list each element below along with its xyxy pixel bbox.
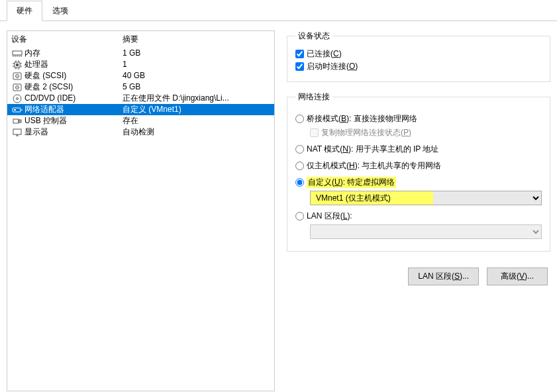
device-summary: 1 GB — [123, 48, 270, 58]
device-list-header: 设备 摘要 — [7, 31, 274, 48]
device-row-cd-4[interactable]: CD/DVD (IDE)正在使用文件 D:\jingxiang\Li... — [7, 93, 274, 104]
lan-segments-button[interactable]: LAN 区段(S)... — [408, 268, 479, 285]
svg-rect-27 — [13, 119, 19, 123]
memory-icon — [11, 49, 23, 58]
tab-options[interactable]: 选项 — [42, 1, 78, 21]
svg-rect-24 — [13, 108, 21, 112]
custom-vmnet-select[interactable]: VMnet1 (仅主机模式) — [310, 191, 542, 205]
nat-radio-row[interactable]: NAT 模式(N): 用于共享主机的 IP 地址 — [295, 144, 542, 155]
device-row-display-7[interactable]: 显示器自动检测 — [7, 126, 274, 138]
custom-radio-row[interactable]: 自定义(U): 特定虚拟网络 — [295, 177, 542, 188]
settings-panel: 设备状态 已连接(C) 启动时连接(O) 网络连接 桥接模式(B): 直接连接物… — [287, 30, 550, 391]
device-row-memory[interactable]: 内存1 GB — [7, 48, 274, 59]
device-state-legend: 设备状态 — [295, 30, 332, 42]
device-row-usb-6[interactable]: USB 控制器存在 — [7, 115, 274, 126]
connect-at-poweron-checkbox[interactable] — [295, 62, 304, 71]
connected-checkbox[interactable] — [295, 50, 304, 58]
connect-at-poweron-checkbox-row[interactable]: 启动时连接(O) — [295, 61, 542, 72]
device-state-group: 设备状态 已连接(C) 启动时连接(O) — [287, 30, 550, 82]
device-summary: 40 GB — [123, 71, 270, 81]
display-icon — [11, 128, 23, 137]
device-row-disk-3[interactable]: 硬盘 2 (SCSI)5 GB — [7, 81, 274, 93]
net-icon — [11, 105, 23, 115]
replicate-state-row: 复制物理网络连接状态(P) — [310, 127, 542, 138]
connected-label: 已连接(C) — [307, 48, 342, 60]
replicate-state-checkbox — [310, 128, 319, 137]
hostonly-radio[interactable] — [295, 162, 304, 170]
device-summary: 1 — [123, 60, 270, 70]
custom-vmnet-row: VMnet1 (仅主机模式) — [310, 191, 542, 205]
svg-rect-7 — [16, 64, 19, 66]
device-row-disk-2[interactable]: 硬盘 (SCSI)40 GB — [7, 70, 274, 81]
nat-radio[interactable] — [295, 145, 304, 154]
lan-segment-radio[interactable] — [295, 212, 304, 220]
device-summary: 正在使用文件 D:\jingxiang\Li... — [123, 93, 270, 103]
device-summary: 5 GB — [123, 82, 270, 92]
cd-icon — [11, 94, 23, 103]
tab-hardware[interactable]: 硬件 — [7, 1, 42, 21]
device-summary: 存在 — [123, 116, 270, 126]
network-connection-group: 网络连接 桥接模式(B): 直接连接物理网络 复制物理网络连接状态(P) — [287, 91, 550, 252]
body: 设备 摘要 内存1 GB处理器1硬盘 (SCSI)40 GB硬盘 2 (SCSI… — [0, 21, 557, 392]
device-label: 内存 — [25, 48, 123, 58]
cpu-icon — [11, 60, 23, 70]
lan-segment-radio-row[interactable]: LAN 区段(L): — [295, 211, 542, 222]
replicate-state-label: 复制物理网络连接状态(P) — [321, 127, 411, 138]
disk-icon — [11, 83, 23, 92]
lan-segment-select-row — [310, 224, 542, 239]
svg-point-21 — [17, 87, 18, 88]
header-summary[interactable]: 摘要 — [123, 34, 270, 45]
device-label: 处理器 — [25, 60, 123, 70]
device-label: 硬盘 2 (SCSI) — [25, 82, 123, 92]
svg-point-18 — [17, 75, 18, 77]
device-label: USB 控制器 — [25, 116, 123, 126]
button-row: LAN 区段(S)... 高级(V)... — [287, 268, 550, 285]
device-label: 硬盘 (SCSI) — [25, 71, 123, 81]
svg-rect-0 — [13, 51, 22, 55]
hostonly-radio-row[interactable]: 仅主机模式(H): 与主机共享的专用网络 — [295, 160, 542, 172]
network-connection-legend: 网络连接 — [295, 91, 332, 103]
hostonly-label: 仅主机模式(H): 与主机共享的专用网络 — [307, 160, 441, 172]
custom-label: 自定义(U): 特定虚拟网络 — [307, 177, 396, 188]
advanced-button[interactable]: 高级(V)... — [487, 268, 548, 285]
lan-segment-select — [310, 224, 542, 239]
tabs: 硬件 选项 — [0, 0, 557, 21]
svg-point-23 — [17, 97, 19, 99]
custom-radio[interactable] — [295, 178, 304, 187]
lan-segment-label: LAN 区段(L): — [307, 211, 352, 222]
usb-icon — [11, 117, 23, 126]
disk-icon — [11, 72, 23, 81]
device-row-net-5[interactable]: 网络适配器自定义 (VMnet1) — [7, 104, 274, 115]
device-row-cpu-1[interactable]: 处理器1 — [7, 59, 274, 70]
bridged-label: 桥接模式(B): 直接连接物理网络 — [307, 113, 417, 124]
connect-at-poweron-label: 启动时连接(O) — [307, 61, 358, 72]
svg-rect-31 — [13, 129, 21, 134]
bridged-radio-row[interactable]: 桥接模式(B): 直接连接物理网络 — [295, 113, 542, 124]
device-label: 网络适配器 — [25, 105, 123, 115]
svg-rect-25 — [14, 109, 16, 111]
device-summary: 自定义 (VMnet1) — [123, 105, 270, 115]
svg-point-22 — [13, 95, 21, 103]
connected-checkbox-row[interactable]: 已连接(C) — [295, 48, 542, 60]
device-summary: 自动检测 — [123, 127, 270, 137]
device-list: 设备 摘要 内存1 GB处理器1硬盘 (SCSI)40 GB硬盘 2 (SCSI… — [7, 30, 275, 391]
nat-label: NAT 模式(N): 用于共享主机的 IP 地址 — [307, 144, 438, 155]
device-label: CD/DVD (IDE) — [25, 93, 123, 103]
header-device[interactable]: 设备 — [11, 34, 123, 45]
device-label: 显示器 — [25, 127, 123, 137]
bridged-radio[interactable] — [295, 115, 304, 123]
